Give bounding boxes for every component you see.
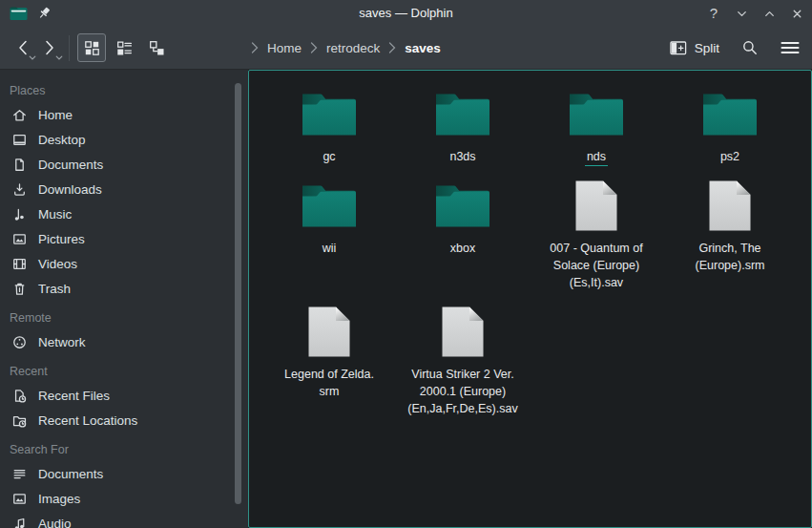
sidebar-item-trash[interactable]: Trash [0, 276, 248, 301]
trash-icon [11, 281, 28, 297]
sidebar-item-search-documents[interactable]: Documents [0, 461, 248, 486]
file-item-legend-of-zelda[interactable]: Legend of Zelda. srm [262, 301, 396, 417]
icons-view-button[interactable] [77, 33, 106, 62]
item-label: gc [323, 148, 335, 165]
back-button[interactable] [10, 32, 36, 63]
search-icon [741, 39, 759, 56]
close-button[interactable] [789, 6, 804, 21]
recent-folder-icon [11, 412, 28, 429]
sidebar-item-home[interactable]: Home [0, 102, 248, 127]
sidebar-item-music[interactable]: Music [0, 201, 248, 226]
dolphin-window: saves — Dolphin ? [0, 0, 812, 528]
section-header-recent: Recent [0, 358, 248, 383]
sidebar-item-label: Network [38, 335, 86, 349]
main-toolbar: Home retrodeck saves Split [0, 27, 812, 70]
file-item-grinch-the-europe[interactable]: Grinch, The (Europe).srm [663, 175, 797, 291]
folder-item-xbox[interactable]: xbox [396, 175, 530, 291]
image-icon [11, 231, 28, 247]
item-label: Legend of Zelda. srm [284, 366, 374, 400]
home-icon [11, 107, 28, 123]
folder-icon [702, 92, 758, 136]
search-button[interactable] [741, 39, 759, 56]
item-label: nds [585, 148, 608, 165]
sidebar-scrollbar[interactable] [235, 83, 241, 504]
folder-icon [302, 183, 357, 227]
item-label: Virtua Striker 2 Ver. 2000.1 (Europe) (E… [407, 366, 517, 417]
network-icon [11, 334, 28, 350]
folder-item-wii[interactable]: wii [262, 175, 396, 291]
folder-icon [569, 92, 624, 136]
chevron-down-icon [29, 55, 36, 61]
music-icon [11, 516, 28, 528]
sidebar-item-label: Trash [38, 282, 71, 296]
folder-icon [435, 183, 490, 227]
split-view-icon [670, 41, 687, 55]
breadcrumb-current-saves[interactable]: saves [405, 41, 441, 55]
sidebar-item-recent-locations[interactable]: Recent Locations [0, 408, 248, 433]
folder-item-gc[interactable]: gc [262, 83, 396, 165]
sidebar-item-videos[interactable]: Videos [0, 251, 248, 276]
folder-icon [435, 92, 490, 136]
breadcrumb-retrodeck[interactable]: retrodeck [326, 41, 380, 55]
item-label: wii [323, 240, 337, 257]
folder-icon [302, 92, 357, 136]
folder-item-nds[interactable]: nds [530, 83, 663, 165]
sidebar-item-label: Recent Files [38, 389, 110, 403]
folder-item-ps2[interactable]: ps2 [663, 83, 797, 165]
file-icon [307, 306, 351, 358]
sidebar-item-label: Documents [38, 158, 103, 172]
tree-view-button[interactable] [142, 33, 171, 62]
maximize-button[interactable] [761, 6, 777, 21]
sidebar-item-label: Desktop [38, 133, 86, 147]
sidebar-item-search-images[interactable]: Images [0, 486, 248, 511]
titlebar[interactable]: saves — Dolphin ? [0, 0, 812, 27]
section-header-places: Places [0, 77, 248, 102]
minimize-button[interactable] [734, 6, 749, 21]
help-button[interactable]: ? [706, 6, 721, 21]
sidebar-item-label: Documents [38, 467, 103, 481]
chevron-right-icon [388, 42, 396, 53]
forward-button[interactable] [36, 32, 63, 63]
sidebar-item-search-audio[interactable]: Audio [0, 511, 248, 528]
sidebar-item-recent-files[interactable]: Recent Files [0, 383, 248, 408]
sidebar-item-label: Videos [38, 257, 77, 271]
sidebar-item-label: Pictures [38, 232, 85, 246]
image-icon [11, 491, 28, 507]
item-label: ps2 [720, 148, 739, 165]
download-icon [11, 181, 28, 198]
file-icon [708, 180, 752, 232]
split-button[interactable]: Split [670, 41, 719, 55]
file-item-virtua-striker-2[interactable]: Virtua Striker 2 Ver. 2000.1 (Europe) (E… [396, 301, 530, 417]
file-item-007-quantum-of-solace[interactable]: 007 - Quantum of Solace (Europe) (Es,It)… [530, 175, 663, 291]
video-icon [11, 256, 28, 272]
item-label: n3ds [449, 148, 475, 165]
item-label: xbox [450, 240, 475, 257]
sidebar-item-label: Downloads [38, 182, 102, 197]
details-view-button[interactable] [110, 33, 138, 62]
folder-view[interactable]: gc n3ds nds ps2 wii xbox [248, 70, 812, 528]
sidebar-item-label: Audio [38, 517, 72, 528]
document-icon [11, 157, 28, 173]
sidebar-item-pictures[interactable]: Pictures [0, 226, 248, 251]
app-icon [10, 6, 28, 21]
sidebar-item-documents[interactable]: Documents [0, 152, 248, 177]
hamburger-menu-icon [781, 40, 800, 55]
window-title: saves — Dolphin [0, 0, 812, 27]
menu-button[interactable] [781, 40, 800, 55]
sidebar-item-label: Images [38, 492, 80, 506]
document-lines-icon [11, 466, 28, 482]
sidebar-item-downloads[interactable]: Downloads [0, 177, 248, 201]
icons-view-icon [84, 40, 100, 56]
item-label: Grinch, The (Europe).srm [696, 240, 765, 274]
chevron-right-icon [251, 42, 259, 53]
chevron-up-icon [762, 7, 777, 21]
item-label: 007 - Quantum of Solace (Europe) (Es,It)… [550, 240, 642, 291]
breadcrumb: Home retrodeck saves [251, 27, 441, 69]
sidebar-item-network[interactable]: Network [0, 329, 248, 354]
sidebar-item-desktop[interactable]: Desktop [0, 127, 248, 152]
sidebar-item-label: Music [38, 207, 72, 222]
breadcrumb-home[interactable]: Home [267, 41, 302, 55]
pin-icon[interactable] [36, 6, 52, 21]
places-panel: Places Home Desktop Documents Downloads … [0, 70, 248, 528]
folder-item-n3ds[interactable]: n3ds [396, 83, 530, 165]
